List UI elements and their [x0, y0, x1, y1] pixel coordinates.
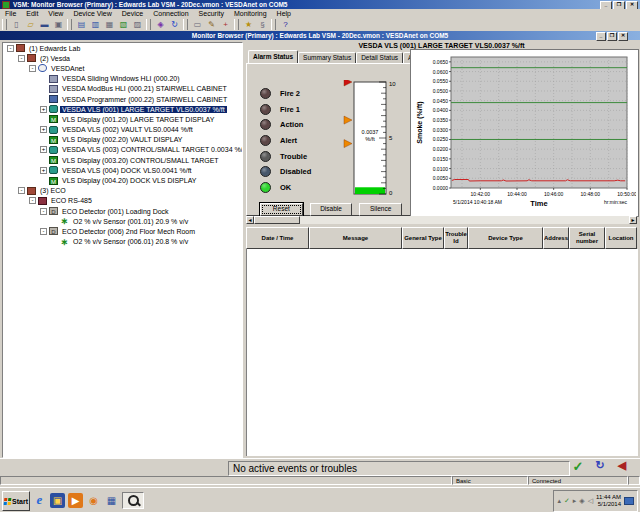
device-tree[interactable]: -(1) Edwards Lab-(2) Vesda-VESDAnetVESDA…	[2, 42, 243, 458]
menu-security[interactable]: Security	[194, 10, 229, 17]
mdi-minimize-button[interactable]: _	[596, 32, 606, 41]
column-header-general-type[interactable]: General Type	[402, 227, 444, 249]
menu-help[interactable]: Help	[272, 10, 296, 17]
column-header-serial-number[interactable]: Serial number	[569, 227, 605, 249]
tree-expand-icon[interactable]: -	[29, 197, 36, 204]
open-icon[interactable]: ▱	[24, 19, 37, 30]
tree-expand-icon[interactable]: -	[29, 65, 36, 72]
tree-item[interactable]: MVLS Display (001.20) LARGE TARGET DISPL…	[3, 114, 242, 124]
tree-item[interactable]: MVLS Display (002.20) VAULT DISPLAY	[3, 135, 242, 145]
menu-monitoring[interactable]: Monitoring	[229, 10, 272, 17]
tree-item[interactable]: -(1) Edwards Lab	[3, 43, 242, 53]
explorer-icon[interactable]: ▣	[50, 493, 65, 508]
scroll-left-arrow-icon[interactable]: ◄	[246, 216, 254, 224]
menu-connection[interactable]: Connection	[148, 10, 193, 17]
refresh-events-icon[interactable]: ↻	[590, 459, 610, 475]
tray-network-icon[interactable]: ◈	[579, 497, 584, 505]
tree-item[interactable]: VESDA Programmer (000.22) STAIRWELL CABI…	[3, 94, 242, 104]
menu-file[interactable]: File	[0, 10, 21, 17]
tree-expand-icon[interactable]: -	[18, 187, 25, 194]
device-view-icon[interactable]: ▥	[89, 19, 102, 30]
tree-item[interactable]: ∗O2 % v/v Sensor (006.01) 20.8 % v/v	[3, 237, 242, 247]
media-player-icon[interactable]: ▶	[68, 493, 83, 508]
ie-icon[interactable]: e	[32, 493, 47, 508]
menu-device-view[interactable]: Device View	[68, 10, 116, 17]
tree-expand-icon[interactable]: -	[18, 55, 25, 62]
taskbar-clock[interactable]: 11:44 AM 5/1/2014	[596, 494, 621, 508]
mdi-titlebar[interactable]: Monitor Browser (Primary) : Edwards Lab …	[0, 31, 640, 40]
ack-check-icon[interactable]: ✓	[568, 459, 588, 475]
tab-alarm-status[interactable]: Alarm Status	[248, 50, 298, 64]
column-header-date-time[interactable]: Date / Time	[246, 227, 309, 249]
tree-item[interactable]: MVLS Display (003.20) CONTROL/SMALL TARG…	[3, 155, 242, 165]
events-table-body[interactable]	[246, 249, 638, 456]
monitor-browser-icon[interactable]: ▤	[75, 19, 88, 30]
column-header-message[interactable]: Message	[309, 227, 402, 249]
print-icon[interactable]: ▭	[191, 19, 204, 30]
scrollbar-track[interactable]	[300, 216, 629, 224]
tree-item[interactable]: -VESDAnet	[3, 63, 242, 73]
menu-view[interactable]: View	[43, 10, 68, 17]
checkbox-view-icon[interactable]: ▨	[131, 19, 144, 30]
tree-item[interactable]: +VESDA VLS (003) CONTROL/SMALL TARGET 0.…	[3, 145, 242, 155]
security-icon[interactable]: §	[256, 19, 269, 30]
tree-expand-icon[interactable]: -	[40, 228, 47, 235]
column-header-location[interactable]: Location	[605, 227, 637, 249]
firefox-icon[interactable]: ◉	[86, 493, 101, 508]
tree-expand-icon[interactable]: -	[7, 45, 14, 52]
tree-item[interactable]: VESDA ModBus HLI (000.21) STAIRWELL CABI…	[3, 84, 242, 94]
start-button[interactable]: Start	[2, 491, 30, 511]
tree-expand-icon[interactable]: +	[40, 106, 47, 113]
vsm-app-icon[interactable]: ▦	[104, 493, 119, 508]
mute-speaker-icon[interactable]: ◀	[612, 459, 632, 475]
menu-edit[interactable]: Edit	[21, 10, 43, 17]
horizontal-scrollbar[interactable]: ◄ ►	[246, 216, 637, 224]
tree-item[interactable]: MVLS Display (004.20) DOCK VLS DISPLAY	[3, 175, 242, 185]
edit-icon[interactable]: ✎	[205, 19, 218, 30]
svg-text:0.0400: 0.0400	[433, 107, 449, 113]
tree-expand-icon[interactable]: -	[40, 208, 47, 215]
tree-item[interactable]: +VESDA VLS (004) DOCK VLS0.0041 %/ft	[3, 165, 242, 175]
tray-volume-icon[interactable]: ◁	[588, 497, 593, 505]
column-header-device-type[interactable]: Device Type	[468, 227, 543, 249]
scroll-right-arrow-icon[interactable]: ►	[629, 216, 637, 224]
copy-icon[interactable]: ▣	[52, 19, 65, 30]
tree-item[interactable]: +VESDA VLS (001) LARGE TARGET VLS0.0037 …	[3, 104, 242, 114]
tray-status-icon[interactable]: ▴	[557, 497, 561, 505]
tree-item[interactable]: ∗O2 % v/v Sensor (001.01) 20.9 % v/v	[3, 216, 242, 226]
help-icon[interactable]: ?	[279, 19, 292, 30]
zone-view-icon[interactable]: ▧	[117, 19, 130, 30]
tree-item[interactable]: -DECO Detector (001) Loading Dock	[3, 206, 242, 216]
disable-button[interactable]: Disable	[310, 203, 353, 216]
tray-flag-icon[interactable]: ▸	[573, 497, 577, 505]
tree-item[interactable]: +VESDA VLS (002) VAULT VLS0.0044 %/ft	[3, 125, 242, 135]
save-icon[interactable]: ▬	[38, 19, 51, 30]
event-list-icon[interactable]: ▦	[103, 19, 116, 30]
magnifier-icon[interactable]	[122, 492, 144, 509]
tree-expand-icon[interactable]: +	[40, 146, 47, 153]
window-titlebar[interactable]: VSM: Monitor Browser (Primary) : Edwards…	[0, 0, 640, 9]
alarm-led-label: Disabled	[280, 167, 311, 176]
new-icon[interactable]: ▯	[10, 19, 23, 30]
mdi-maximize-button[interactable]: ❐	[607, 32, 617, 41]
tree-item[interactable]: VESDA Sliding Windows HLI (000.20)	[3, 74, 242, 84]
column-header-trouble-id[interactable]: Trouble Id	[444, 227, 468, 249]
column-header-address[interactable]: Address	[543, 227, 569, 249]
tree-expand-icon[interactable]: +	[40, 126, 47, 133]
tree-item[interactable]: -ECO RS-485	[3, 196, 242, 206]
tree-item[interactable]: -(2) Vesda	[3, 53, 242, 63]
menu-device[interactable]: Device	[117, 10, 148, 17]
favorites-icon[interactable]: ★	[242, 19, 255, 30]
tree-item[interactable]: -DECO Detector (006) 2nd Floor Mech Room	[3, 226, 242, 236]
connect-icon[interactable]: +	[219, 19, 232, 30]
mdi-close-button[interactable]: ✕	[618, 32, 628, 41]
transfer-icon[interactable]: ◈	[154, 19, 167, 30]
reset-button[interactable]: Reset	[260, 203, 303, 216]
silence-button[interactable]: Silence	[359, 203, 402, 216]
language-flag-icon[interactable]	[624, 497, 634, 505]
refresh-icon[interactable]: ↻	[168, 19, 181, 30]
tree-expand-icon[interactable]: +	[40, 167, 47, 174]
tree-item[interactable]: -(3) ECO	[3, 186, 242, 196]
scrollbar-thumb[interactable]	[254, 216, 300, 224]
tray-agent-icon[interactable]: ✓	[564, 497, 570, 505]
